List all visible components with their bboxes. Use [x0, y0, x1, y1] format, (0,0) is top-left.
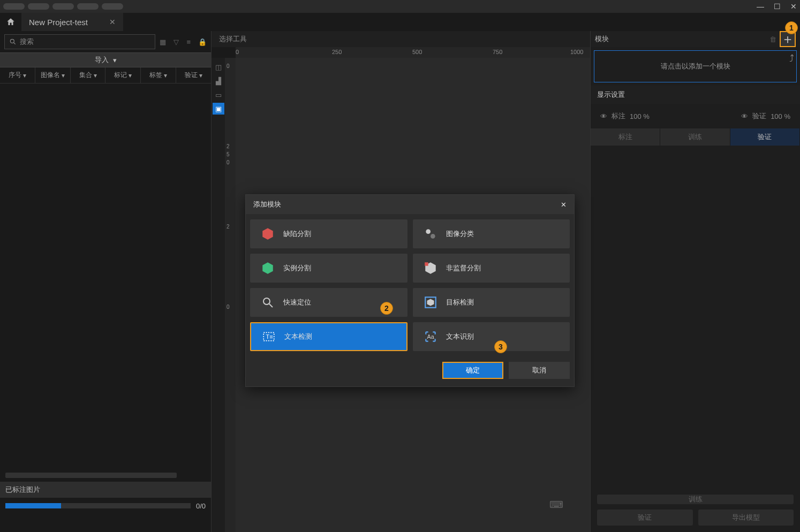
menu-item[interactable] [102, 3, 123, 10]
image-count: 0/0 [196, 502, 206, 510]
export-model-button[interactable]: 导出模型 [698, 510, 794, 526]
right-panel-body [591, 146, 800, 488]
svg-marker-2 [262, 228, 273, 240]
window-controls: — ☐ ✕ [757, 2, 797, 11]
lock-icon[interactable]: 🔒 [198, 38, 207, 46]
tab-annotate[interactable]: 标注 [591, 128, 660, 146]
image-icon[interactable]: ▦ [160, 38, 166, 46]
select-tool-label: 选择工具 [212, 31, 590, 47]
menu-item[interactable] [28, 3, 49, 10]
callout-3: 3 [494, 340, 507, 353]
svg-marker-5 [262, 262, 273, 274]
add-module-placeholder[interactable]: 请点击以添加一个模块 ⤴ [594, 50, 797, 82]
annotation-progress [5, 503, 191, 508]
hexagon-gray-icon [422, 260, 439, 276]
svg-point-0 [10, 39, 14, 43]
module-option-instance-segmentation[interactable]: 实例分割 [250, 254, 407, 283]
trash-icon[interactable]: 🗑 [769, 35, 776, 43]
svg-point-3 [426, 229, 431, 234]
dialog-ok-button[interactable]: 确定 [442, 362, 503, 379]
eye-icon[interactable]: 👁 [741, 112, 748, 120]
module-option-defect-segmentation[interactable]: 缺陷分割 [250, 219, 407, 248]
filter-icon[interactable]: ▽ [173, 38, 179, 46]
menu-item[interactable] [77, 3, 99, 10]
crop-tool-icon[interactable]: ◫ [213, 61, 224, 73]
marquee-tool-icon[interactable]: ▭ [213, 89, 224, 101]
search-icon [9, 38, 17, 45]
import-button[interactable]: 导入 ▾ [0, 52, 211, 67]
home-icon [6, 17, 16, 27]
validate-button[interactable]: 验证 [597, 510, 693, 526]
svg-line-1 [14, 43, 16, 44]
image-table-header: 序号▾ 图像名▾ 集合▾ 标记▾ 标签▾ 验证▾ [0, 67, 211, 83]
module-option-text-detection[interactable]: T≡ 文本检测 [250, 322, 407, 351]
magnifier-icon [260, 294, 276, 310]
add-module-dialog: 添加模块 ✕ 缺陷分割 图像分类 实例分割 非监督分割 快速定位 目标检测 T≡ [245, 194, 575, 387]
list-icon[interactable]: ≡ [186, 38, 191, 46]
menu-bar [3, 3, 123, 10]
dialog-close-icon[interactable]: ✕ [561, 201, 567, 209]
svg-point-4 [431, 234, 435, 239]
svg-rect-7 [425, 262, 428, 266]
visibility-row: 👁 标注 100 % 👁 验证 100 % [591, 104, 800, 128]
arrow-icon: ⤴ [789, 53, 794, 64]
vis-validate-label: 验证 [752, 111, 766, 121]
vis-annotate-label: 标注 [612, 111, 625, 121]
image-table-body [0, 83, 211, 468]
close-tab-icon[interactable]: ✕ [109, 18, 116, 26]
stamp-tool-icon[interactable]: ▟ [213, 75, 224, 87]
search-input[interactable]: 搜索 [4, 34, 155, 49]
tab-train[interactable]: 训练 [660, 128, 730, 146]
keyboard-icon[interactable]: ⌨ [549, 499, 563, 511]
project-tab[interactable]: New Project-test ✕ [21, 13, 123, 31]
text-detect-icon: T≡ [261, 329, 277, 345]
col-mark[interactable]: 标记▾ [105, 67, 141, 83]
svg-text:Aa: Aa [427, 333, 434, 340]
module-option-image-classification[interactable]: 图像分类 [413, 219, 570, 248]
svg-marker-11 [427, 299, 434, 306]
module-option-unsupervised-segmentation[interactable]: 非监督分割 [413, 254, 570, 283]
tool-strip: ◫ ▟ ▭ ▣ [212, 58, 225, 532]
right-panel: 模块 🗑 ＋ 请点击以添加一个模块 ⤴ 显示设置 👁 标注 100 % 👁 验证… [590, 31, 800, 532]
close-window-button[interactable]: ✕ [790, 2, 797, 11]
maximize-button[interactable]: ☐ [774, 2, 781, 11]
select-tool-icon[interactable]: ▣ [213, 103, 224, 115]
hexagon-icon [260, 226, 276, 242]
import-label: 导入 [95, 55, 109, 65]
col-label[interactable]: 标签▾ [141, 67, 176, 83]
module-option-object-detection[interactable]: 目标检测 [413, 288, 570, 317]
callout-2: 2 [380, 302, 393, 315]
tab-validate[interactable]: 验证 [730, 128, 800, 146]
dialog-cancel-button[interactable]: 取消 [509, 362, 570, 379]
menu-item[interactable] [52, 3, 74, 10]
svg-text:T≡: T≡ [266, 333, 273, 340]
minimize-button[interactable]: — [757, 2, 764, 11]
classification-icon [422, 226, 439, 242]
module-option-text-recognition[interactable]: Aa 文本识别 [413, 322, 570, 351]
callout-1: 1 [785, 21, 798, 34]
col-validate[interactable]: 验证▾ [176, 67, 211, 83]
horizontal-ruler: 0 250 500 750 1000 [236, 47, 590, 58]
train-button[interactable]: 训练 [597, 495, 794, 504]
home-tab[interactable] [0, 13, 21, 31]
vertical-ruler: 0 2 5 0 2 0 [225, 58, 236, 532]
text-recog-icon: Aa [422, 329, 439, 345]
svg-line-9 [269, 304, 273, 307]
menu-item[interactable] [3, 3, 25, 10]
vis-validate-value: 100 % [771, 112, 790, 120]
col-index[interactable]: 序号▾ [0, 67, 35, 83]
col-imagename[interactable]: 图像名▾ [35, 67, 71, 83]
search-placeholder: 搜索 [20, 37, 34, 47]
horizontal-scrollbar[interactable] [5, 472, 206, 478]
annotated-images-label: 已标注图片 [0, 482, 211, 498]
detection-icon [422, 294, 439, 310]
add-module-hint: 请点击以添加一个模块 [661, 62, 730, 71]
svg-point-8 [263, 298, 270, 305]
hexagon-green-icon [260, 260, 276, 276]
project-tab-label: New Project-test [29, 18, 88, 27]
chevron-down-icon: ▾ [113, 56, 117, 64]
modules-header: 模块 🗑 ＋ [591, 31, 800, 47]
col-set[interactable]: 集合▾ [71, 67, 106, 83]
eye-icon[interactable]: 👁 [600, 112, 607, 120]
display-settings-header: 显示设置 [591, 86, 800, 104]
